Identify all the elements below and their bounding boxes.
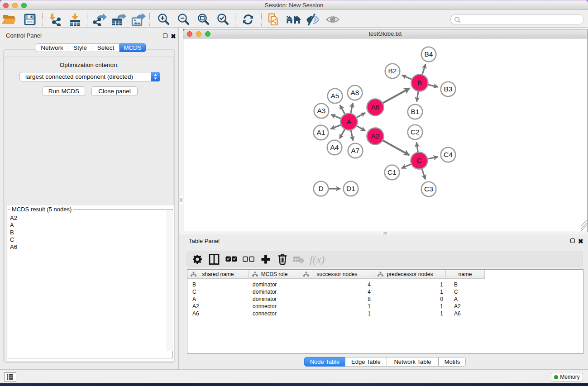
svg-text:B: B	[417, 79, 422, 86]
svg-text:A3: A3	[317, 107, 326, 114]
svg-text:A8: A8	[351, 89, 359, 96]
svg-text:B3: B3	[444, 85, 453, 93]
svg-text:B4: B4	[425, 50, 433, 58]
svg-text:B2: B2	[388, 67, 397, 75]
svg-text:A: A	[347, 118, 352, 125]
svg-text:D1: D1	[346, 185, 355, 192]
svg-text:A5: A5	[331, 92, 339, 100]
svg-text:C4: C4	[444, 151, 453, 158]
svg-text:A4: A4	[330, 143, 339, 151]
svg-text:A7: A7	[351, 147, 360, 154]
svg-text:C: C	[416, 157, 421, 164]
svg-text:C1: C1	[387, 168, 397, 176]
svg-text:A2: A2	[371, 132, 380, 140]
svg-text:C3: C3	[424, 185, 433, 193]
svg-text:A1: A1	[317, 129, 325, 136]
svg-text:C2: C2	[411, 128, 420, 136]
svg-text:A6: A6	[371, 103, 380, 111]
svg-text:D: D	[318, 185, 323, 192]
svg-text:f(x): f(x)	[310, 253, 325, 265]
svg-text:B1: B1	[411, 108, 420, 115]
